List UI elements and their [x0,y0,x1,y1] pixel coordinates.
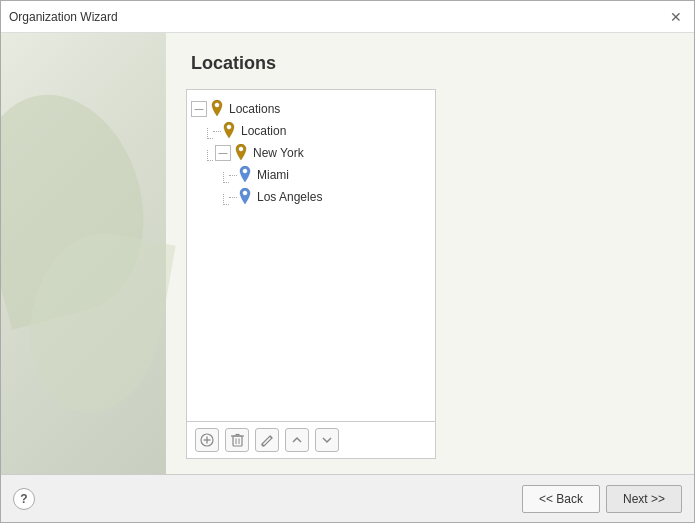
tree-panel: — Locations [186,89,436,459]
svg-point-3 [244,170,247,173]
move-up-button[interactable] [285,428,309,452]
svg-rect-8 [233,436,242,446]
tree-node-locations[interactable]: — Locations [191,98,431,120]
label-newyork: New York [253,146,304,160]
window-body: Locations — Locations [1,33,694,474]
location-icon-locations [209,100,225,118]
svg-point-4 [244,192,247,195]
window-title: Organization Wizard [9,10,118,24]
tree-toolbar [187,421,435,458]
tree-content: — Locations [187,90,435,421]
label-losangeles: Los Angeles [257,190,322,204]
location-icon-location [221,122,237,140]
svg-point-0 [216,104,219,107]
add-button[interactable] [195,428,219,452]
toggle-locations[interactable]: — [191,101,207,117]
next-button[interactable]: Next >> [606,485,682,513]
location-icon-losangeles [237,188,253,206]
svg-point-1 [228,126,231,129]
tree-node-location[interactable]: Location [191,120,431,142]
svg-point-2 [240,148,243,151]
content-area: Locations — Locations [1,33,694,474]
bottom-bar: ? << Back Next >> [1,474,694,522]
tree-node-newyork[interactable]: — New York [191,142,431,164]
label-miami: Miami [257,168,289,182]
back-button[interactable]: << Back [522,485,600,513]
close-button[interactable]: ✕ [666,7,686,27]
toggle-newyork[interactable]: — [215,145,231,161]
nav-buttons: << Back Next >> [522,485,682,513]
tree-node-miami[interactable]: Miami [191,164,431,186]
tree-node-losangeles[interactable]: Los Angeles [191,186,431,208]
help-button[interactable]: ? [13,488,35,510]
wizard-window: Organization Wizard ✕ Locations — [0,0,695,523]
move-down-button[interactable] [315,428,339,452]
edit-button[interactable] [255,428,279,452]
label-locations: Locations [229,102,280,116]
delete-button[interactable] [225,428,249,452]
title-bar: Organization Wizard ✕ [1,1,694,33]
location-icon-newyork [233,144,249,162]
location-icon-miami [237,166,253,184]
label-location: Location [241,124,286,138]
page-title: Locations [191,53,276,74]
